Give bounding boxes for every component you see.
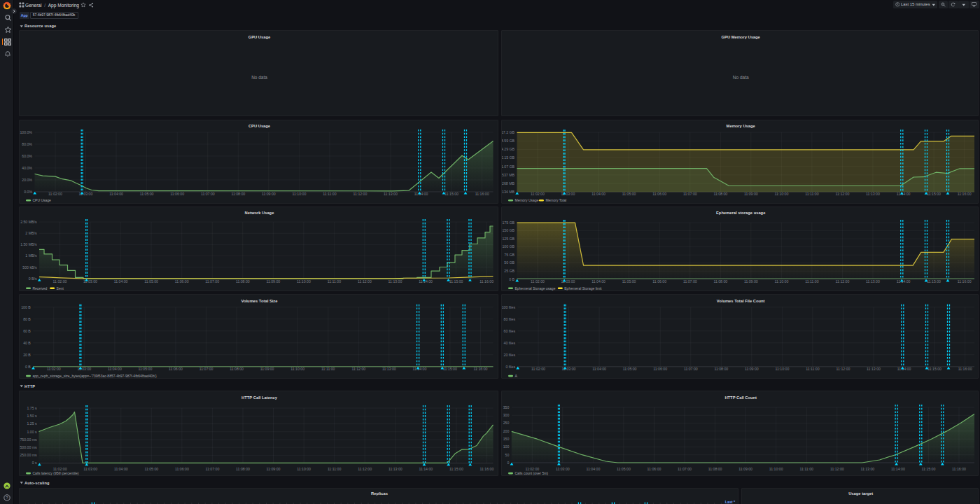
svg-text:11:06:00: 11:06:00 (169, 367, 183, 371)
svg-text:11:05:00: 11:05:00 (144, 467, 158, 471)
svg-text:11:11:00: 11:11:00 (328, 467, 342, 471)
svg-text:Usage target: Usage target (848, 491, 873, 496)
svg-text:11:13:00: 11:13:00 (867, 367, 881, 371)
svg-text:50: 50 (505, 453, 509, 457)
svg-text:Volumes Total File Count: Volumes Total File Count (716, 299, 764, 303)
svg-text:11:11:00: 11:11:00 (323, 192, 337, 196)
svg-text:60 B: 60 B (23, 329, 31, 333)
svg-text:11:05:00: 11:05:00 (140, 192, 154, 196)
svg-text:11:09:00: 11:09:00 (744, 367, 758, 371)
svg-text:11:05:00: 11:05:00 (144, 279, 158, 284)
svg-text:8.59 GB: 8.59 GB (502, 139, 515, 143)
svg-text:60 files: 60 files (503, 329, 515, 333)
svg-text:100.0%: 100.0% (20, 130, 32, 134)
svg-text:11:05:00: 11:05:00 (622, 367, 636, 371)
svg-text:11:03:00: 11:03:00 (555, 467, 569, 471)
svg-text:11:14:00: 11:14:00 (897, 367, 911, 371)
svg-text:11:11:00: 11:11:00 (799, 467, 813, 471)
svg-text:11:02:00: 11:02:00 (53, 279, 67, 284)
svg-text:11:09:00: 11:09:00 (266, 279, 280, 284)
svg-text:GPU Usage: GPU Usage (248, 35, 271, 39)
svg-text:1.50 MB/s: 1.50 MB/s (20, 242, 37, 246)
svg-text:No data: No data (732, 76, 748, 80)
svg-text:0 B: 0 B (25, 365, 31, 369)
svg-text:11:02:00: 11:02:00 (531, 367, 545, 371)
svg-text:11:13:00: 11:13:00 (866, 192, 880, 196)
svg-text:11:13:00: 11:13:00 (388, 279, 402, 284)
svg-text:134 MB: 134 MB (502, 190, 514, 194)
svg-text:HTTP Call Latency: HTTP Call Latency (241, 396, 278, 400)
svg-text:11:05:00: 11:05:00 (616, 467, 630, 471)
svg-text:11:06:00: 11:06:00 (175, 467, 189, 471)
svg-text:100 GB: 100 GB (502, 244, 514, 248)
svg-text:11:02:00: 11:02:00 (48, 192, 62, 196)
svg-text:11:03:00: 11:03:00 (77, 367, 91, 371)
svg-text:75 GB: 75 GB (504, 253, 514, 257)
svg-text:100 files: 100 files (502, 305, 515, 309)
svg-text:11:15:00: 11:15:00 (927, 192, 941, 196)
svg-text:11:08:00: 11:08:00 (713, 279, 727, 284)
svg-text:11:11:00: 11:11:00 (328, 279, 342, 284)
svg-text:11:14:00: 11:14:00 (412, 367, 426, 371)
svg-text:11:06:00: 11:06:00 (647, 467, 661, 471)
svg-text:Volumes Total Size: Volumes Total Size (241, 299, 279, 303)
svg-text:11:14:00: 11:14:00 (419, 467, 433, 471)
svg-text:500.00 ms: 500.00 ms (20, 445, 37, 449)
svg-text:11:16:00: 11:16:00 (957, 192, 971, 196)
svg-text:500 kB/s: 500 kB/s (22, 265, 37, 270)
svg-text:11:02:00: 11:02:00 (531, 192, 545, 196)
svg-text:1.25 s: 1.25 s (27, 421, 38, 426)
svg-text:11:10:00: 11:10:00 (297, 467, 311, 471)
svg-text:11:15:00: 11:15:00 (927, 367, 941, 371)
svg-text:4.29 GB: 4.29 GB (502, 147, 515, 151)
svg-text:60.0%: 60.0% (22, 154, 32, 158)
svg-text:Calls latency (95th percentile: Calls latency (95th percentile) (33, 471, 79, 475)
svg-text:11:12:00: 11:12:00 (354, 192, 368, 196)
svg-text:11:08:00: 11:08:00 (713, 192, 727, 196)
svg-text:11:10:00: 11:10:00 (775, 367, 789, 371)
svg-text:11:04:00: 11:04:00 (108, 367, 122, 371)
svg-text:11:09:00: 11:09:00 (260, 367, 274, 371)
svg-text:11:08:00: 11:08:00 (236, 467, 250, 471)
svg-text:0 B/s: 0 B/s (29, 276, 37, 281)
svg-text:1.75 s: 1.75 s (27, 406, 38, 410)
svg-text:750.00 ms: 750.00 ms (20, 438, 37, 442)
svg-text:Replicas: Replicas (371, 491, 388, 496)
svg-text:11:10:00: 11:10:00 (774, 279, 788, 284)
svg-text:40 files: 40 files (503, 341, 515, 345)
svg-text:11:06:00: 11:06:00 (652, 279, 666, 284)
svg-text:11:12:00: 11:12:00 (358, 467, 372, 471)
svg-text:11:03:00: 11:03:00 (83, 467, 97, 471)
svg-text:11:06:00: 11:06:00 (170, 192, 184, 196)
svg-text:11:07:00: 11:07:00 (205, 467, 219, 471)
svg-text:Sent: Sent (57, 286, 64, 290)
svg-text:11:04:00: 11:04:00 (592, 367, 606, 371)
svg-text:11:08:00: 11:08:00 (714, 367, 728, 371)
svg-text:11:15:00: 11:15:00 (921, 467, 935, 471)
svg-text:CPU Usage: CPU Usage (248, 124, 271, 128)
svg-text:11:06:00: 11:06:00 (175, 279, 189, 284)
svg-text:11:12:00: 11:12:00 (835, 279, 849, 284)
svg-text:0: 0 (507, 461, 509, 465)
svg-text:11:04:00: 11:04:00 (586, 467, 600, 471)
svg-text:250: 250 (503, 421, 509, 425)
svg-text:11:16:00: 11:16:00 (479, 467, 493, 471)
svg-text:268 MB: 268 MB (502, 181, 514, 186)
svg-text:11:10:00: 11:10:00 (774, 192, 788, 196)
svg-text:11:07:00: 11:07:00 (201, 192, 215, 196)
svg-text:Ephemeral Storage usage: Ephemeral Storage usage (514, 286, 555, 290)
svg-text:20 B: 20 B (23, 353, 31, 357)
svg-text:11:16:00: 11:16:00 (958, 367, 972, 371)
svg-text:2 MB/s: 2 MB/s (25, 231, 37, 235)
svg-text:0.0%: 0.0% (24, 190, 32, 194)
svg-text:100 B: 100 B (21, 305, 31, 309)
svg-text:Received: Received (33, 286, 48, 290)
svg-text:50 GB: 50 GB (504, 260, 514, 265)
svg-text:11:02:00: 11:02:00 (47, 367, 61, 371)
svg-text:HTTP Call Count: HTTP Call Count (724, 396, 757, 400)
svg-text:11:08:00: 11:08:00 (230, 367, 244, 371)
svg-text:2.15 GB: 2.15 GB (502, 155, 515, 160)
svg-text:150: 150 (503, 437, 509, 441)
svg-text:250.00 ms: 250.00 ms (20, 453, 37, 457)
svg-text:11:15:00: 11:15:00 (444, 192, 458, 196)
